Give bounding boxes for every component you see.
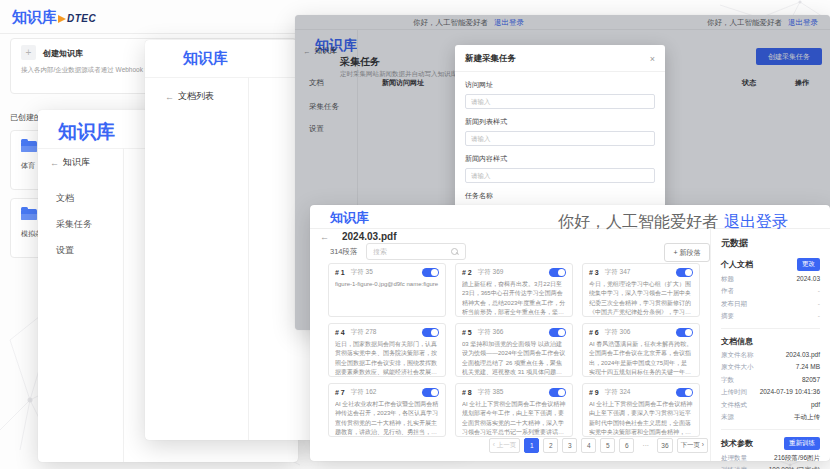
pagination-page-3[interactable]: 3 xyxy=(562,438,577,453)
back-arrow-icon[interactable]: ← xyxy=(320,232,329,242)
panel-section-divider xyxy=(721,328,820,329)
plus-icon: + xyxy=(21,45,36,60)
pagination-page-1[interactable]: 1 xyxy=(524,438,539,453)
paragraph-char-count: 字符 278 xyxy=(351,328,377,337)
add-paragraph-button[interactable]: + 新段落 xyxy=(664,243,710,262)
file-value: 2024-07-19 10:41:36 xyxy=(760,388,820,397)
sidebar-item-documents[interactable]: 文档 xyxy=(56,192,74,205)
paragraph-card: # 5字符 366 03 坚持和加强党的全面领导 以政治建设为统领——2024年… xyxy=(455,323,573,377)
paragraph-char-count: 字符 162 xyxy=(351,388,377,397)
paragraph-card: # 9字符 324 AI 全社上下贯彻全国两会工作会议精神 由上至下强调，要深入… xyxy=(582,383,700,437)
paragraph-card: # 7字符 162 AI 全社农业农村工作会议暨全国两会精神传达会召开，2023… xyxy=(328,383,446,437)
pagination-next-button[interactable]: 下一页 › xyxy=(677,438,708,453)
pagination: ‹ 上一页 1 2 3 4 5 6 ··· 36 下一页 › xyxy=(310,438,708,453)
paragraph-toggle[interactable] xyxy=(422,268,439,277)
paragraph-toggle[interactable] xyxy=(549,268,566,277)
file-label: 原文件名称 xyxy=(721,351,754,360)
file-value: 7.24 MB xyxy=(796,363,820,372)
file-label: 原文件大小 xyxy=(721,363,754,372)
file-label: 来源 xyxy=(721,413,734,422)
sidebar-divider xyxy=(248,77,249,440)
meta-value: - xyxy=(818,300,820,309)
window-topbar: 知识库 你好，人工智能爱好者 退出登录 xyxy=(310,205,830,229)
paragraph-index: # 3 xyxy=(589,269,599,276)
home-app-title: 知识库 xyxy=(12,8,57,27)
list-style-input[interactable] xyxy=(465,131,655,146)
file-value: 手动上传 xyxy=(794,413,820,422)
folder-icon xyxy=(21,141,37,152)
user-greeting: 你好，人工智能爱好者 xyxy=(558,212,718,233)
logo-text: DTEC xyxy=(67,13,96,24)
paragraph-preview: AI 春风浩荡满目新，征衣未解再跨鞍。全国两会工作会议在北京开幕，会议指出，20… xyxy=(589,340,693,377)
document-title: 2024.03.pdf xyxy=(342,231,396,242)
paragraph-char-count: 字符 369 xyxy=(478,268,504,277)
file-label: 文件格式 xyxy=(721,401,747,410)
modal-header: 新建采集任务 × xyxy=(455,53,665,72)
paragraph-toggle[interactable] xyxy=(549,388,566,397)
folder-icon xyxy=(21,209,37,220)
brand-logo: DTEC xyxy=(58,13,96,24)
pagination-page-4[interactable]: 4 xyxy=(581,438,596,453)
paragraph-index: # 8 xyxy=(462,389,472,396)
pagination-page-36[interactable]: 36 xyxy=(657,438,672,453)
back-to-document-list-link[interactable]: ← 文档列表 xyxy=(165,90,214,103)
paragraph-char-count: 字符 366 xyxy=(478,328,504,337)
search-input[interactable] xyxy=(367,248,451,255)
pagination-prev-button[interactable]: ‹ 上一页 xyxy=(489,438,520,453)
file-value: pdf xyxy=(811,401,820,410)
back-arrow-icon: ← xyxy=(50,158,59,168)
paragraph-toggle[interactable] xyxy=(676,388,693,397)
paragraph-preview: 近日，国家数据局会同有关部门，认真贯彻落实党中央、国务院决策部署，按照全国数据工… xyxy=(335,340,439,377)
pagination-page-2[interactable]: 2 xyxy=(543,438,558,453)
paragraph-toggle[interactable] xyxy=(676,268,693,277)
field-label-list-style: 新闻列表样式 xyxy=(465,117,655,127)
paragraph-index: # 4 xyxy=(335,329,345,336)
paragraph-index: # 6 xyxy=(589,329,599,336)
window-title: 知识库 xyxy=(183,49,228,68)
meta-label: 标题 xyxy=(721,275,734,284)
change-button[interactable]: 更改 xyxy=(797,258,820,271)
file-info-section-title: 文档信息 xyxy=(721,336,820,347)
back-label: 文档列表 xyxy=(178,90,214,103)
sidebar-item-settings[interactable]: 设置 xyxy=(56,244,74,257)
paragraph-index: # 2 xyxy=(462,269,472,276)
paragraph-char-count: 字符 385 xyxy=(478,388,504,397)
close-icon[interactable]: × xyxy=(650,54,655,64)
back-label: 知识库 xyxy=(63,156,90,169)
sidebar-item-collection-tasks[interactable]: 采集任务 xyxy=(56,218,92,231)
logo-plane-icon xyxy=(58,15,66,23)
pagination-page-5[interactable]: 5 xyxy=(600,438,615,453)
field-label-task-name: 任务名称 xyxy=(465,191,655,201)
paragraph-card-grid: # 1字符 35 figure-1-figure-0.jpg@d9fc name… xyxy=(328,263,700,437)
paragraph-preview: AI 全社农业农村工作会议暨全国两会精神传达会召开，2023年，各区认真学习宣传… xyxy=(335,400,439,437)
paragraph-preview: 踏上新征程，奋楫再出发。3月22日至23日，365中心召开传达学习全国两会精神大… xyxy=(462,280,566,317)
paragraph-toggle[interactable] xyxy=(422,388,439,397)
content-style-input[interactable] xyxy=(465,168,655,183)
metadata-panel: 元数据 个人文档 更改 标题2024.03 作者- 发布日期- 摘要- 文档信息… xyxy=(711,228,830,461)
paragraph-card: # 6字符 306 AI 春风浩荡满目新，征衣未解再跨鞍。全国两会工作会议在北京… xyxy=(582,323,700,377)
paragraph-card: # 1字符 35 figure-1-figure-0.jpg@d9fc name… xyxy=(328,263,446,317)
file-value: 82057 xyxy=(802,376,820,385)
window-title: 知识库 xyxy=(330,209,369,227)
panel-section-divider xyxy=(721,429,820,430)
back-to-library-link[interactable]: ← 知识库 xyxy=(50,156,90,169)
paragraph-preview: 今日，党组理论学习中心组（扩大）围绕集中学习，深入学习领会二十届中央纪委三次全会… xyxy=(589,280,693,317)
meta-label: 发布日期 xyxy=(721,300,747,309)
paragraph-char-count: 字符 306 xyxy=(605,328,631,337)
meta-label: 作者 xyxy=(721,287,734,296)
paragraph-toggle[interactable] xyxy=(549,328,566,337)
sidebar-divider xyxy=(123,148,124,462)
paragraph-char-count: 字符 324 xyxy=(605,388,631,397)
window-document-viewer: 知识库 你好，人工智能爱好者 退出登录 ← 2024.03.pdf 314段落 … xyxy=(310,205,830,461)
pagination-page-6[interactable]: 6 xyxy=(619,438,634,453)
url-input[interactable] xyxy=(465,94,655,109)
paragraph-card: # 3字符 347 今日，党组理论学习中心组（扩大）围绕集中学习，深入学习领会二… xyxy=(582,263,700,317)
field-label-url: 访问网址 xyxy=(465,80,655,90)
meta-value: - xyxy=(818,312,820,321)
pagination-ellipsis[interactable]: ··· xyxy=(638,438,653,453)
paragraph-toggle[interactable] xyxy=(676,328,693,337)
retrain-button[interactable]: 重新训练 xyxy=(784,437,820,450)
paragraph-index: # 7 xyxy=(335,389,345,396)
meta-label: 摘要 xyxy=(721,312,734,321)
paragraph-toggle[interactable] xyxy=(422,328,439,337)
